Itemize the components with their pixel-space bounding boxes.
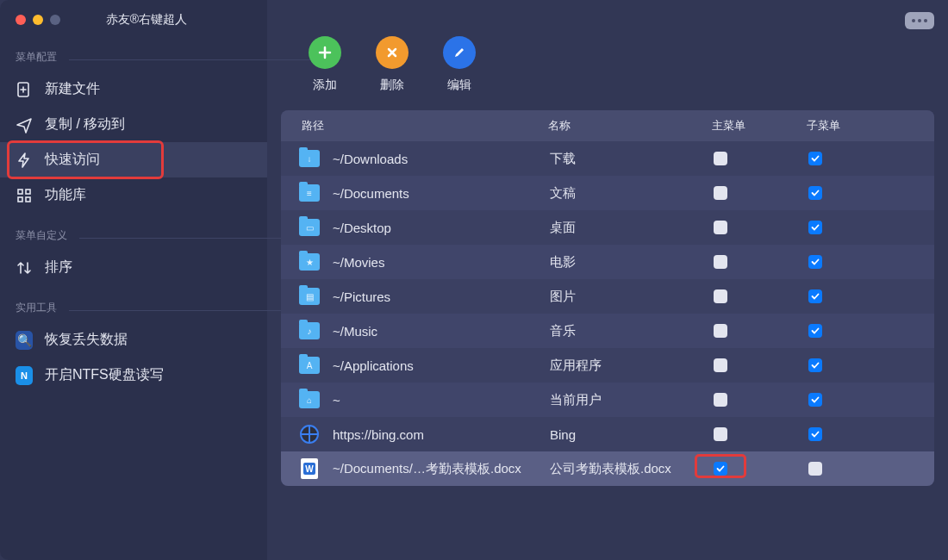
header-main-menu[interactable]: 主菜单 [712, 118, 807, 134]
sidebar-section-title: 菜单自定义 [0, 225, 267, 250]
traffic-lights [16, 15, 60, 25]
main-menu-cell [714, 324, 808, 338]
sidebar-item-label: 新建文件 [45, 80, 100, 98]
main-menu-cell [714, 255, 808, 269]
sidebar-section-title: 实用工具 [0, 297, 267, 322]
row-path: ~/Downloads [333, 152, 550, 166]
main-panel: 添加 删除 编辑 路径 名称 主菜单 子菜单 ↓~/Downloads下载≡~/… [267, 0, 948, 560]
row-path: ~/Documents [333, 186, 550, 201]
table-row[interactable]: ↓~/Downloads下载 [281, 141, 934, 176]
sub-menu-checkbox[interactable] [808, 427, 822, 441]
sub-menu-cell [808, 289, 903, 303]
bolt-icon [16, 152, 33, 169]
recover-icon: 🔍 [16, 332, 33, 349]
main-menu-checkbox[interactable] [714, 255, 727, 269]
minimize-window-button[interactable] [33, 15, 43, 25]
sub-menu-cell [808, 462, 903, 476]
sidebar-item-send[interactable]: 复制 / 移动到 [0, 107, 267, 142]
main-menu-checkbox[interactable] [714, 324, 727, 338]
edit-button[interactable]: 编辑 [443, 36, 476, 93]
row-path: https://bing.com [333, 427, 550, 442]
folder-icon: ♪ [298, 321, 321, 340]
header-sub-menu[interactable]: 子菜单 [807, 118, 901, 134]
send-icon [16, 116, 33, 134]
sub-menu-checkbox[interactable] [808, 358, 822, 372]
table-row[interactable]: ⌂~当前用户 [281, 383, 934, 417]
row-path: ~/Applications [333, 358, 550, 373]
table-row[interactable]: ♪~/Music音乐 [281, 314, 934, 348]
row-name: 电影 [550, 254, 714, 271]
main-menu-cell [714, 427, 808, 441]
table-row[interactable]: ≡~/Documents文稿 [281, 176, 934, 210]
main-menu-checkbox[interactable] [714, 152, 727, 165]
main-menu-checkbox[interactable] [714, 358, 727, 372]
table-row[interactable]: ▭~/Desktop桌面 [281, 210, 934, 245]
main-menu-checkbox[interactable] [714, 186, 727, 200]
folder-icon: ★ [298, 252, 321, 271]
row-name: Bing [550, 427, 714, 442]
sub-menu-checkbox[interactable] [808, 462, 822, 476]
row-name: 公司考勤表模板.docx [550, 461, 714, 477]
delete-button[interactable]: 删除 [376, 36, 409, 93]
row-name: 应用程序 [550, 358, 714, 374]
grid-icon [16, 187, 33, 204]
sub-menu-checkbox[interactable] [808, 324, 822, 338]
sidebar-item-ntfs[interactable]: N开启NTFS硬盘读写 [0, 358, 267, 393]
sub-menu-checkbox[interactable] [808, 186, 822, 200]
folder-icon: ⌂ [298, 390, 321, 409]
table-row[interactable]: ★~/Movies电影 [281, 245, 934, 279]
row-name: 桌面 [550, 220, 714, 236]
sidebar-item-sort[interactable]: 排序 [0, 250, 267, 285]
sidebar-item-label: 恢复丢失数据 [45, 331, 128, 349]
more-button[interactable] [905, 12, 934, 29]
main-menu-cell [714, 221, 808, 234]
sidebar-item-plus-file[interactable]: 新建文件 [0, 72, 267, 107]
sidebar-item-label: 复制 / 移动到 [45, 115, 125, 134]
sub-menu-checkbox[interactable] [808, 393, 822, 407]
header-name[interactable]: 名称 [548, 118, 712, 134]
main-menu-checkbox[interactable] [714, 462, 727, 476]
sub-menu-cell [808, 221, 903, 234]
table-header: 路径 名称 主菜单 子菜单 [281, 110, 934, 141]
table-row[interactable]: https://bing.comBing [281, 417, 934, 451]
plus-file-icon [16, 81, 33, 98]
sidebar: 赤友®右键超人 菜单配置新建文件复制 / 移动到快速访问功能库菜单自定义排序实用… [0, 0, 267, 560]
pencil-icon [443, 36, 476, 69]
row-name: 文稿 [550, 185, 714, 202]
sub-menu-cell [808, 186, 903, 200]
table-row[interactable]: W~/Documents/…考勤表模板.docx公司考勤表模板.docx [281, 451, 934, 486]
maximize-window-button[interactable] [50, 15, 60, 25]
folder-icon: ▤ [298, 287, 321, 306]
sub-menu-checkbox[interactable] [808, 289, 822, 303]
table-row[interactable]: A~/Applications应用程序 [281, 348, 934, 383]
sub-menu-checkbox[interactable] [808, 255, 822, 269]
sidebar-item-label: 快速访问 [45, 151, 100, 169]
row-path: ~/Documents/…考勤表模板.docx [333, 461, 550, 477]
table-row[interactable]: ▤~/Pictures图片 [281, 279, 934, 314]
sub-menu-cell [808, 427, 903, 441]
row-name: 当前用户 [550, 392, 714, 408]
main-menu-checkbox[interactable] [714, 289, 727, 303]
add-button[interactable]: 添加 [309, 36, 341, 93]
toolbar: 添加 删除 编辑 [267, 0, 948, 110]
sub-menu-cell [808, 393, 903, 407]
sidebar-item-recover[interactable]: 🔍恢复丢失数据 [0, 322, 267, 358]
main-menu-checkbox[interactable] [714, 393, 727, 407]
folder-icon: ▭ [298, 218, 321, 237]
main-menu-cell [714, 393, 808, 407]
sidebar-item-label: 排序 [45, 258, 72, 277]
delete-button-label: 删除 [380, 78, 404, 93]
row-name: 音乐 [550, 323, 714, 339]
sub-menu-checkbox[interactable] [808, 152, 822, 165]
sort-icon [16, 259, 33, 277]
main-menu-checkbox[interactable] [714, 221, 727, 234]
header-path[interactable]: 路径 [281, 118, 548, 134]
main-menu-checkbox[interactable] [714, 427, 727, 441]
row-path: ~/Movies [333, 255, 550, 270]
close-window-button[interactable] [16, 15, 26, 25]
sidebar-item-bolt[interactable]: 快速访问 [0, 142, 267, 177]
sidebar-item-grid[interactable]: 功能库 [0, 177, 267, 213]
sub-menu-cell [808, 324, 903, 338]
sidebar-section-title: 菜单配置 [0, 47, 267, 72]
sub-menu-checkbox[interactable] [808, 221, 822, 234]
